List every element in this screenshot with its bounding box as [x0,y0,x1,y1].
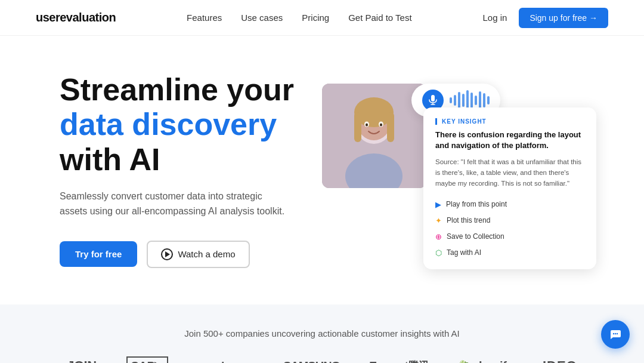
tag-label: Tag with AI [447,248,481,257]
play-label: Play from this point [446,200,507,208]
wave-bar [462,94,465,107]
play-from-point-button[interactable]: ▶ Play from this point [435,199,584,210]
logo-shopify: shopify [459,359,513,364]
wave-bar [454,95,456,106]
wave-bar [450,97,452,103]
nav-pricing[interactable]: Pricing [302,13,329,23]
mic-icon [429,95,437,106]
hero-visual: KEY INSIGHT There is confusion regarding… [322,72,596,269]
plot-trend-button[interactable]: ✦ Plot this trend [435,215,584,226]
insight-title: There is confusion regarding the layout … [435,130,584,151]
nav-features[interactable]: Features [187,13,222,23]
wave-bar [470,93,473,108]
chat-icon [609,328,622,341]
logo-join: JOIN [67,358,96,363]
social-proof-section: Join 500+ companies uncovering actionabl… [0,304,644,363]
plot-label: Plot this trend [447,216,490,224]
nav-use-cases[interactable]: Use cases [241,13,283,23]
logo-strip: JOIN SAP▶ ≋≋≋deezer SAMSUNG Tencent腾讯 sh… [36,356,608,363]
chat-button[interactable] [601,320,630,349]
hero-title: Streamline your data discovery with AI [60,72,322,177]
logo-ideo: IDEO [543,358,577,363]
hero-title-line1: Streamline your [60,72,294,107]
nav-actions: Log in Sign up for free → [483,8,609,28]
try-free-button[interactable]: Try for free [60,241,137,267]
insight-card: KEY INSIGHT There is confusion regarding… [423,107,596,269]
nav-links: Features Use cases Pricing Get Paid to T… [187,13,412,23]
insight-actions: ▶ Play from this point ✦ Plot this trend… [435,199,584,259]
play-icon: ▶ [435,200,441,209]
person-svg [322,84,426,188]
hero-illustration: KEY INSIGHT There is confusion regarding… [322,72,596,269]
save-label: Save to Collection [447,232,504,241]
social-proof-text: Join 500+ companies uncovering actionabl… [36,328,608,339]
logo-tencent: Tencent腾讯 [370,359,429,363]
watch-demo-button[interactable]: Watch a demo [147,241,249,268]
wave-bar [458,92,460,109]
wave-bar [479,91,481,109]
tag-icon: ⬡ [435,248,442,257]
svg-point-16 [617,333,618,334]
tag-ai-button[interactable]: ⬡ Tag with AI [435,247,584,259]
navbar: userevaluation Features Use cases Pricin… [0,0,644,36]
insight-quote: Source: "I felt that it was a bit unfami… [435,157,584,189]
wave-bar [487,96,490,104]
insight-label: KEY INSIGHT [435,118,584,125]
hero-section: Streamline your data discovery with AI S… [0,36,644,304]
svg-point-9 [366,124,368,127]
signup-button[interactable]: Sign up for free → [519,8,608,28]
nav-get-paid[interactable]: Get Paid to Test [348,13,411,23]
hero-title-line2: with AI [60,142,160,177]
logo-deezer: ≋≋≋deezer [198,359,253,363]
play-circle-icon [161,248,173,260]
save-icon: ⊕ [435,232,442,241]
login-button[interactable]: Log in [483,13,507,23]
logo-sap: SAP▶ [126,356,168,363]
site-logo[interactable]: userevaluation [36,11,116,24]
hero-cta-group: Try for free Watch a demo [60,241,322,268]
person-photo [322,84,426,188]
save-collection-button[interactable]: ⊕ Save to Collection [435,231,584,242]
wave-bar [483,93,485,107]
wave-bar [475,96,477,105]
svg-rect-4 [354,112,361,142]
svg-point-14 [613,333,614,334]
shopify-icon [459,360,469,363]
svg-rect-11 [431,95,435,101]
hero-content: Streamline your data discovery with AI S… [60,72,322,268]
demo-label: Watch a demo [178,249,235,259]
hero-subtitle: Seamlessly convert customer data into st… [60,189,286,219]
svg-point-10 [380,124,382,127]
play-triangle-icon [165,251,170,257]
svg-point-15 [615,333,616,334]
svg-rect-5 [387,112,394,142]
logo-samsung: SAMSUNG [283,359,340,364]
hero-title-highlight: data discovery [60,107,277,141]
trend-icon: ✦ [435,216,442,225]
